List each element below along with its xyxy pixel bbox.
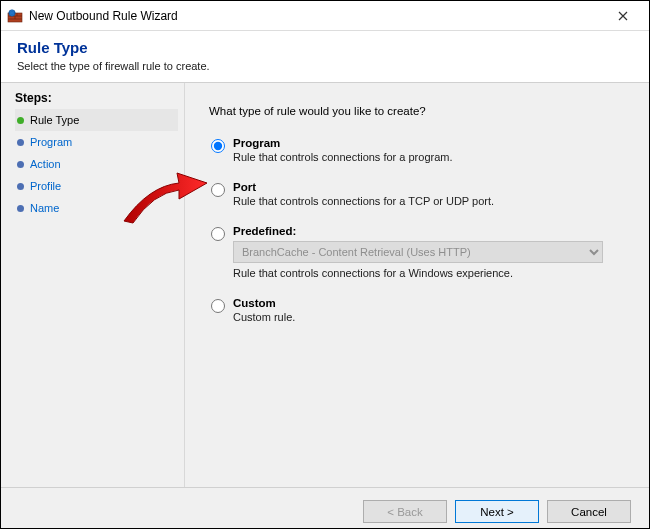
close-button[interactable] [603,2,643,30]
radio-port[interactable] [211,183,225,197]
option-custom-desc: Custom rule. [233,311,629,323]
main-panel: What type of rule would you like to crea… [185,83,649,487]
option-program[interactable]: Program Rule that controls connections f… [209,137,629,173]
steps-sidebar: Steps: Rule Type Program Action Profile … [1,83,185,487]
option-custom-title: Custom [233,297,629,309]
step-label: Name [30,202,59,214]
page-subtitle: Select the type of firewall rule to crea… [17,60,633,72]
step-bullet-icon [17,205,24,212]
back-button[interactable]: < Back [363,500,447,523]
option-port[interactable]: Port Rule that controls connections for … [209,181,629,217]
firewall-icon [7,8,23,24]
option-program-title: Program [233,137,629,149]
option-predefined[interactable]: Predefined: BranchCache - Content Retrie… [209,225,629,289]
option-predefined-desc: Rule that controls connections for a Win… [233,267,629,279]
step-label: Action [30,158,61,170]
option-port-desc: Rule that controls connections for a TCP… [233,195,629,207]
footer: < Back Next > Cancel [1,487,649,529]
cancel-button[interactable]: Cancel [547,500,631,523]
step-bullet-icon [17,139,24,146]
step-action[interactable]: Action [15,153,184,175]
radio-program[interactable] [211,139,225,153]
radio-predefined[interactable] [211,227,225,241]
window-title: New Outbound Rule Wizard [29,9,603,23]
page-title: Rule Type [17,39,633,56]
option-port-title: Port [233,181,629,193]
titlebar: New Outbound Rule Wizard [1,1,649,31]
svg-point-6 [9,9,15,15]
steps-label: Steps: [15,91,184,105]
step-label: Rule Type [30,114,79,126]
option-program-desc: Rule that controls connections for a pro… [233,151,629,163]
radio-custom[interactable] [211,299,225,313]
header: Rule Type Select the type of firewall ru… [1,31,649,83]
step-profile[interactable]: Profile [15,175,184,197]
step-bullet-icon [17,161,24,168]
step-rule-type[interactable]: Rule Type [15,109,178,131]
option-custom[interactable]: Custom Custom rule. [209,297,629,333]
rule-type-question: What type of rule would you like to crea… [209,105,629,117]
step-label: Program [30,136,72,148]
step-name[interactable]: Name [15,197,184,219]
step-label: Profile [30,180,61,192]
step-bullet-icon [17,183,24,190]
option-predefined-title: Predefined: [233,225,629,237]
step-program[interactable]: Program [15,131,184,153]
step-bullet-icon [17,117,24,124]
predefined-select[interactable]: BranchCache - Content Retrieval (Uses HT… [233,241,603,263]
next-button[interactable]: Next > [455,500,539,523]
